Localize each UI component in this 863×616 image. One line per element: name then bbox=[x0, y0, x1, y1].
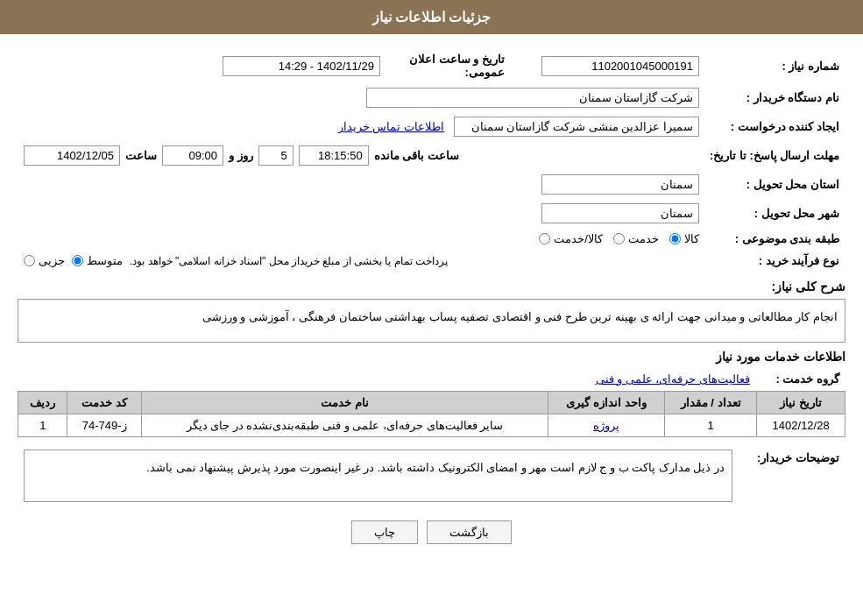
khadamat-section-title: اطلاعات خدمات مورد نیاز bbox=[18, 350, 845, 364]
cell-vahed: پروژه bbox=[548, 414, 665, 437]
sharh-section-title: شرح کلی نیاز: bbox=[772, 280, 845, 294]
content-area: شماره نیاز : 1102001045000191 تاریخ و سا… bbox=[0, 43, 863, 562]
mohlat-time: 18:15:50 bbox=[299, 145, 369, 166]
radio-kala-label: کالا bbox=[684, 232, 699, 245]
radio-kala-khadamat-item: کالا/خدمت bbox=[539, 232, 603, 245]
etela-link[interactable]: اطلاعات تماس خریدار bbox=[338, 120, 444, 133]
radio-khadamat-item: خدمت bbox=[613, 232, 659, 245]
mohlat-rooz: 5 bbox=[258, 145, 294, 166]
btn-bazgasht[interactable]: بازگشت bbox=[427, 520, 512, 544]
btn-chap[interactable]: چاپ bbox=[351, 520, 418, 544]
vahed-link[interactable]: پروژه bbox=[593, 419, 619, 432]
shahr-label: شهر محل تحویل : bbox=[754, 207, 839, 220]
mohlat-date: 1402/12/05 bbox=[24, 145, 120, 166]
radio-mottaset[interactable] bbox=[72, 255, 83, 266]
col-kod: کد خدمت bbox=[67, 392, 141, 414]
grooh-value[interactable]: فعالیت‌های حرفه‌ای، علمی و فنی bbox=[596, 372, 750, 386]
radio-khadamat[interactable] bbox=[613, 233, 625, 244]
tarikh-elan-value: 1402/11/29 - 14:29 bbox=[223, 56, 380, 76]
tabaghebandi-radios: کالا/خدمت خدمت کالا bbox=[539, 232, 699, 245]
cell-tarikh: 1402/12/28 bbox=[757, 414, 845, 437]
radio-mottaset-item: متوسط bbox=[72, 254, 123, 267]
sharh-value: انجام کار مطالعاتی و میدانی جهت ارائه ی … bbox=[18, 299, 845, 343]
tabaghebandi-label: طبقه بندی موضوعی : bbox=[735, 232, 839, 245]
cell-tedad: 1 bbox=[664, 414, 756, 437]
page-header: جزئیات اطلاعات نیاز bbox=[0, 0, 863, 34]
table-row: 1402/12/28 1 پروژه سایر فعالیت‌های حرفه‌… bbox=[18, 414, 845, 437]
radio-khadamat-label: خدمت bbox=[628, 232, 659, 245]
sharh-section: شرح کلی نیاز: bbox=[18, 280, 845, 294]
radio-jozee-item: جزیی bbox=[24, 254, 65, 267]
radio-kala-khadamat-label: کالا/خدمت bbox=[554, 232, 603, 245]
tawzihat-label: توضیحات خریدار: bbox=[757, 451, 839, 464]
noeFarayand-label: نوع فرآیند خرید : bbox=[759, 254, 839, 267]
farayand-note: پرداخت تمام یا بخشی از مبلغ خریداز محل "… bbox=[130, 255, 448, 267]
buttons-row: بازگشت چاپ bbox=[18, 520, 845, 544]
radio-jozee[interactable] bbox=[24, 255, 35, 266]
ostan-value: سمنان bbox=[541, 174, 699, 195]
radio-kala-item: کالا bbox=[669, 232, 699, 245]
tawzihat-value: در ذیل مدارک پاکت ب و ج لازم است مهر و ا… bbox=[24, 450, 732, 502]
grooh-table: گروه خدمت : فعالیت‌های حرفه‌ای، علمی و ف… bbox=[18, 367, 845, 391]
ijadKonande-value: سمیرا عزالدین منشی شرکت گازاستان سمنان bbox=[454, 117, 699, 137]
col-radif: ردیف bbox=[18, 392, 67, 414]
mohlat-label: مهلت ارسال پاسخ: تا تاریخ: bbox=[710, 149, 839, 162]
shahr-value: سمنان bbox=[541, 203, 699, 223]
page-wrapper: جزئیات اطلاعات نیاز شماره نیاز : 1102001… bbox=[0, 0, 863, 616]
col-vahed: واحد اندازه گیری bbox=[548, 392, 665, 414]
radio-mottaset-label: متوسط bbox=[87, 254, 123, 267]
cell-name: سایر فعالیت‌های حرفه‌ای، علمی و فنی طبقه… bbox=[141, 414, 548, 437]
services-table: تاریخ نیاز تعداد / مقدار واحد اندازه گیر… bbox=[18, 391, 845, 437]
col-name: نام خدمت bbox=[141, 392, 548, 414]
header-title: جزئیات اطلاعات نیاز bbox=[372, 10, 492, 25]
rooz-inline-label: روز و bbox=[229, 149, 253, 162]
radio-jozee-label: جزیی bbox=[39, 254, 65, 267]
tarikh-elan-label: تاریخ و ساعت اعلان عمومی: bbox=[409, 53, 505, 79]
radio-kala[interactable] bbox=[669, 233, 681, 244]
shomareNiaz-label: شماره نیاز : bbox=[782, 60, 839, 73]
ijadKonande-label: ایجاد کننده درخواست : bbox=[731, 120, 839, 133]
col-tarikh: تاریخ نیاز bbox=[757, 392, 845, 414]
shomareNiaz-value: 1102001045000191 bbox=[541, 56, 699, 76]
saat-inline-label: ساعت bbox=[125, 149, 157, 162]
cell-radif: 1 bbox=[18, 414, 67, 437]
col-tedad: تعداد / مقدار bbox=[664, 392, 756, 414]
ostan-label: استان محل تحویل : bbox=[746, 178, 839, 191]
form-table: شماره نیاز : 1102001045000191 تاریخ و سا… bbox=[18, 47, 845, 273]
radio-kala-khadamat[interactable] bbox=[539, 233, 550, 244]
cell-kod: ز-749-74 bbox=[67, 414, 141, 437]
mohlat-saat: 09:00 bbox=[162, 145, 223, 166]
baghimande-label: ساعت باقی مانده bbox=[374, 149, 459, 162]
grooh-label: گروه خدمت : bbox=[775, 372, 839, 386]
tawzihat-section: توضیحات خریدار: در ذیل مدارک پاکت ب و ج … bbox=[18, 444, 845, 507]
namDastgah-label: نام دستگاه خریدار : bbox=[746, 91, 839, 104]
namDastgah-value: شرکت گازاستان سمنان bbox=[366, 88, 699, 108]
